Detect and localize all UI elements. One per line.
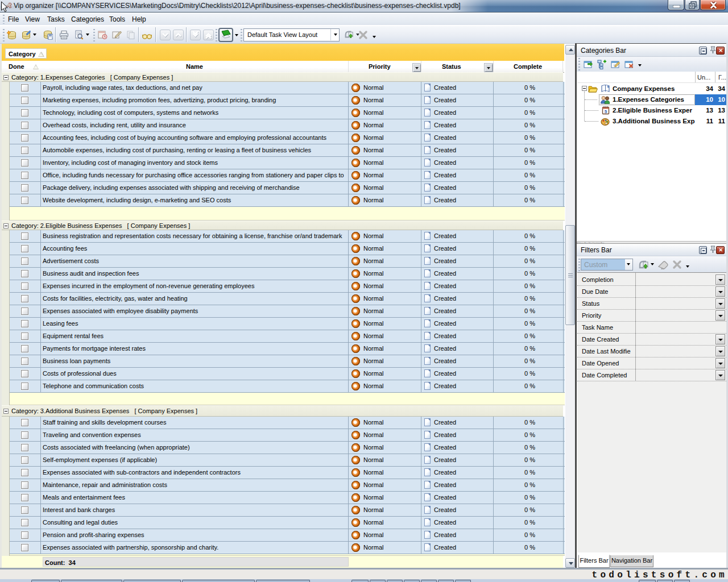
svg-text:5: 5 — [605, 109, 607, 114]
